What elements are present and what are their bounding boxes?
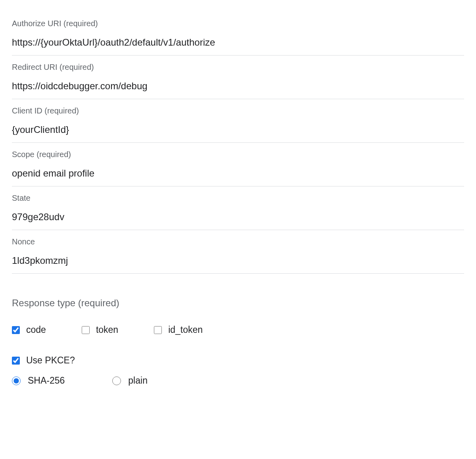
scope-input[interactable]: [12, 168, 464, 179]
nonce-input[interactable]: [12, 255, 464, 266]
client-id-label: Client ID (required): [12, 106, 464, 115]
response-type-code-checkbox[interactable]: [12, 326, 20, 334]
response-type-options: code token id_token: [12, 325, 464, 335]
state-field: State: [12, 186, 464, 230]
response-type-heading: Response type (required): [12, 298, 464, 309]
client-id-field: Client ID (required): [12, 99, 464, 143]
scope-field: Scope (required): [12, 143, 464, 186]
pkce-section: Use PKCE? SHA-256 plain: [12, 355, 464, 386]
pkce-sha256-radio[interactable]: [12, 376, 21, 385]
pkce-plain-radio[interactable]: [112, 376, 121, 385]
pkce-sha256-label[interactable]: SHA-256: [28, 375, 65, 386]
redirect-uri-input[interactable]: [12, 81, 464, 92]
pkce-plain-item: plain: [112, 375, 148, 386]
state-input[interactable]: [12, 211, 464, 223]
response-type-idtoken-label[interactable]: id_token: [168, 325, 203, 335]
response-type-code-item: code: [12, 325, 46, 335]
nonce-field: Nonce: [12, 230, 464, 274]
use-pkce-label[interactable]: Use PKCE?: [26, 355, 75, 366]
authorize-uri-input[interactable]: [12, 37, 464, 48]
response-type-code-label[interactable]: code: [26, 325, 46, 335]
use-pkce-row: Use PKCE?: [12, 355, 464, 366]
use-pkce-checkbox[interactable]: [12, 357, 20, 365]
response-type-token-label[interactable]: token: [96, 325, 118, 335]
scope-label: Scope (required): [12, 150, 464, 159]
response-type-idtoken-item: id_token: [154, 325, 203, 335]
pkce-sha256-item: SHA-256: [12, 375, 65, 386]
nonce-label: Nonce: [12, 237, 464, 246]
redirect-uri-field: Redirect URI (required): [12, 56, 464, 99]
state-label: State: [12, 194, 464, 203]
pkce-plain-label[interactable]: plain: [128, 375, 148, 386]
authorize-uri-field: Authorize URI (required): [12, 12, 464, 56]
client-id-input[interactable]: [12, 124, 464, 135]
authorize-uri-label: Authorize URI (required): [12, 19, 464, 28]
response-type-idtoken-checkbox[interactable]: [154, 326, 162, 334]
redirect-uri-label: Redirect URI (required): [12, 63, 464, 72]
response-type-token-item: token: [82, 325, 118, 335]
response-type-token-checkbox[interactable]: [82, 326, 90, 334]
pkce-method-options: SHA-256 plain: [12, 375, 464, 386]
